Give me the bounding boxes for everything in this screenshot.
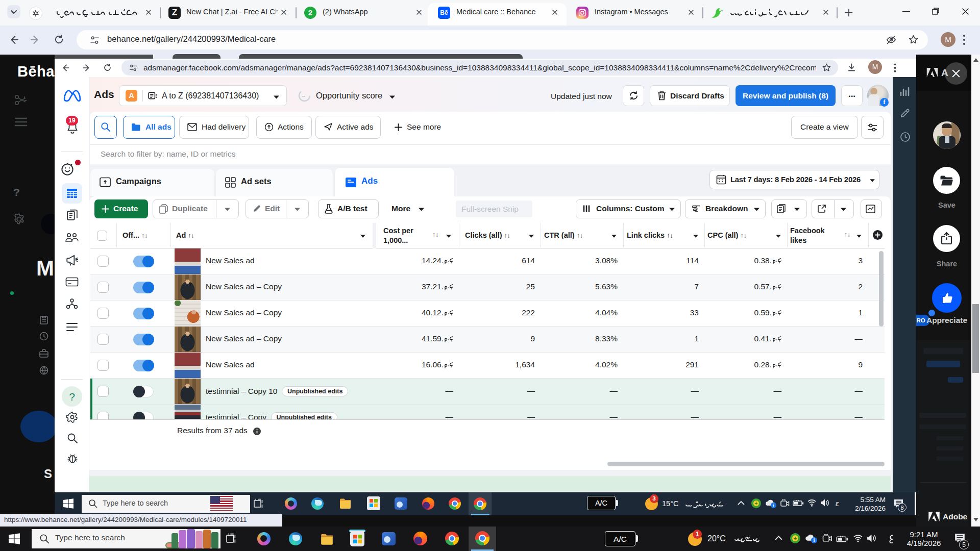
svg-text:--: -- — [302, 93, 305, 98]
